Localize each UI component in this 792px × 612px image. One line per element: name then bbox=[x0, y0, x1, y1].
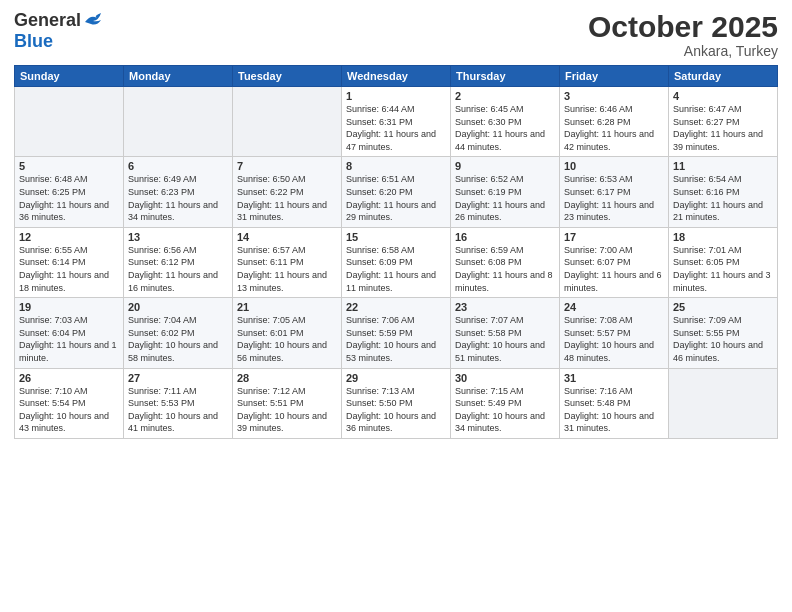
day-info-1-6: Sunrise: 6:54 AM Sunset: 6:16 PM Dayligh… bbox=[673, 173, 773, 223]
day-info-2-6: Sunrise: 7:01 AM Sunset: 6:05 PM Dayligh… bbox=[673, 244, 773, 294]
day-cell-4-0: 26Sunrise: 7:10 AM Sunset: 5:54 PM Dayli… bbox=[15, 368, 124, 438]
day-cell-4-1: 27Sunrise: 7:11 AM Sunset: 5:53 PM Dayli… bbox=[124, 368, 233, 438]
day-cell-1-2: 7Sunrise: 6:50 AM Sunset: 6:22 PM Daylig… bbox=[233, 157, 342, 227]
day-info-3-1: Sunrise: 7:04 AM Sunset: 6:02 PM Dayligh… bbox=[128, 314, 228, 364]
week-row-4: 26Sunrise: 7:10 AM Sunset: 5:54 PM Dayli… bbox=[15, 368, 778, 438]
day-cell-4-4: 30Sunrise: 7:15 AM Sunset: 5:49 PM Dayli… bbox=[451, 368, 560, 438]
day-cell-2-5: 17Sunrise: 7:00 AM Sunset: 6:07 PM Dayli… bbox=[560, 227, 669, 297]
day-cell-2-4: 16Sunrise: 6:59 AM Sunset: 6:08 PM Dayli… bbox=[451, 227, 560, 297]
day-info-4-4: Sunrise: 7:15 AM Sunset: 5:49 PM Dayligh… bbox=[455, 385, 555, 435]
day-number-1-3: 8 bbox=[346, 160, 446, 172]
day-info-4-2: Sunrise: 7:12 AM Sunset: 5:51 PM Dayligh… bbox=[237, 385, 337, 435]
day-info-3-4: Sunrise: 7:07 AM Sunset: 5:58 PM Dayligh… bbox=[455, 314, 555, 364]
day-info-2-4: Sunrise: 6:59 AM Sunset: 6:08 PM Dayligh… bbox=[455, 244, 555, 294]
day-cell-3-6: 25Sunrise: 7:09 AM Sunset: 5:55 PM Dayli… bbox=[669, 298, 778, 368]
day-info-3-0: Sunrise: 7:03 AM Sunset: 6:04 PM Dayligh… bbox=[19, 314, 119, 364]
header-friday: Friday bbox=[560, 66, 669, 87]
day-number-3-0: 19 bbox=[19, 301, 119, 313]
day-info-4-5: Sunrise: 7:16 AM Sunset: 5:48 PM Dayligh… bbox=[564, 385, 664, 435]
header-sunday: Sunday bbox=[15, 66, 124, 87]
day-number-0-5: 3 bbox=[564, 90, 664, 102]
day-info-3-5: Sunrise: 7:08 AM Sunset: 5:57 PM Dayligh… bbox=[564, 314, 664, 364]
day-info-0-5: Sunrise: 6:46 AM Sunset: 6:28 PM Dayligh… bbox=[564, 103, 664, 153]
day-number-1-4: 9 bbox=[455, 160, 555, 172]
day-number-2-1: 13 bbox=[128, 231, 228, 243]
day-info-0-4: Sunrise: 6:45 AM Sunset: 6:30 PM Dayligh… bbox=[455, 103, 555, 153]
day-number-4-5: 31 bbox=[564, 372, 664, 384]
day-cell-0-3: 1Sunrise: 6:44 AM Sunset: 6:31 PM Daylig… bbox=[342, 87, 451, 157]
day-number-3-1: 20 bbox=[128, 301, 228, 313]
day-number-1-5: 10 bbox=[564, 160, 664, 172]
day-number-3-2: 21 bbox=[237, 301, 337, 313]
page: General Blue October 2025 Ankara, Turkey… bbox=[0, 0, 792, 612]
day-info-0-3: Sunrise: 6:44 AM Sunset: 6:31 PM Dayligh… bbox=[346, 103, 446, 153]
day-info-4-0: Sunrise: 7:10 AM Sunset: 5:54 PM Dayligh… bbox=[19, 385, 119, 435]
week-row-1: 5Sunrise: 6:48 AM Sunset: 6:25 PM Daylig… bbox=[15, 157, 778, 227]
day-number-2-3: 15 bbox=[346, 231, 446, 243]
day-info-3-3: Sunrise: 7:06 AM Sunset: 5:59 PM Dayligh… bbox=[346, 314, 446, 364]
header-tuesday: Tuesday bbox=[233, 66, 342, 87]
day-cell-4-2: 28Sunrise: 7:12 AM Sunset: 5:51 PM Dayli… bbox=[233, 368, 342, 438]
day-cell-2-3: 15Sunrise: 6:58 AM Sunset: 6:09 PM Dayli… bbox=[342, 227, 451, 297]
day-info-2-2: Sunrise: 6:57 AM Sunset: 6:11 PM Dayligh… bbox=[237, 244, 337, 294]
day-info-2-0: Sunrise: 6:55 AM Sunset: 6:14 PM Dayligh… bbox=[19, 244, 119, 294]
day-number-3-3: 22 bbox=[346, 301, 446, 313]
day-info-1-5: Sunrise: 6:53 AM Sunset: 6:17 PM Dayligh… bbox=[564, 173, 664, 223]
week-row-0: 1Sunrise: 6:44 AM Sunset: 6:31 PM Daylig… bbox=[15, 87, 778, 157]
day-number-2-4: 16 bbox=[455, 231, 555, 243]
day-number-1-0: 5 bbox=[19, 160, 119, 172]
day-info-1-4: Sunrise: 6:52 AM Sunset: 6:19 PM Dayligh… bbox=[455, 173, 555, 223]
day-info-4-3: Sunrise: 7:13 AM Sunset: 5:50 PM Dayligh… bbox=[346, 385, 446, 435]
subtitle: Ankara, Turkey bbox=[588, 43, 778, 59]
day-cell-2-1: 13Sunrise: 6:56 AM Sunset: 6:12 PM Dayli… bbox=[124, 227, 233, 297]
day-info-1-0: Sunrise: 6:48 AM Sunset: 6:25 PM Dayligh… bbox=[19, 173, 119, 223]
day-cell-1-5: 10Sunrise: 6:53 AM Sunset: 6:17 PM Dayli… bbox=[560, 157, 669, 227]
day-cell-1-6: 11Sunrise: 6:54 AM Sunset: 6:16 PM Dayli… bbox=[669, 157, 778, 227]
week-row-2: 12Sunrise: 6:55 AM Sunset: 6:14 PM Dayli… bbox=[15, 227, 778, 297]
day-number-4-1: 27 bbox=[128, 372, 228, 384]
day-number-3-6: 25 bbox=[673, 301, 773, 313]
day-cell-3-4: 23Sunrise: 7:07 AM Sunset: 5:58 PM Dayli… bbox=[451, 298, 560, 368]
day-number-1-1: 6 bbox=[128, 160, 228, 172]
day-number-2-0: 12 bbox=[19, 231, 119, 243]
logo: General Blue bbox=[14, 10, 105, 52]
header-monday: Monday bbox=[124, 66, 233, 87]
logo-blue: Blue bbox=[14, 31, 53, 52]
day-number-3-5: 24 bbox=[564, 301, 664, 313]
day-cell-3-5: 24Sunrise: 7:08 AM Sunset: 5:57 PM Dayli… bbox=[560, 298, 669, 368]
day-info-2-3: Sunrise: 6:58 AM Sunset: 6:09 PM Dayligh… bbox=[346, 244, 446, 294]
header: General Blue October 2025 Ankara, Turkey bbox=[14, 10, 778, 59]
day-cell-2-2: 14Sunrise: 6:57 AM Sunset: 6:11 PM Dayli… bbox=[233, 227, 342, 297]
day-info-2-1: Sunrise: 6:56 AM Sunset: 6:12 PM Dayligh… bbox=[128, 244, 228, 294]
calendar: Sunday Monday Tuesday Wednesday Thursday… bbox=[14, 65, 778, 439]
day-number-1-6: 11 bbox=[673, 160, 773, 172]
day-number-1-2: 7 bbox=[237, 160, 337, 172]
day-info-3-2: Sunrise: 7:05 AM Sunset: 6:01 PM Dayligh… bbox=[237, 314, 337, 364]
header-saturday: Saturday bbox=[669, 66, 778, 87]
day-cell-4-3: 29Sunrise: 7:13 AM Sunset: 5:50 PM Dayli… bbox=[342, 368, 451, 438]
day-number-4-4: 30 bbox=[455, 372, 555, 384]
day-cell-2-6: 18Sunrise: 7:01 AM Sunset: 6:05 PM Dayli… bbox=[669, 227, 778, 297]
day-cell-1-3: 8Sunrise: 6:51 AM Sunset: 6:20 PM Daylig… bbox=[342, 157, 451, 227]
header-wednesday: Wednesday bbox=[342, 66, 451, 87]
day-number-0-6: 4 bbox=[673, 90, 773, 102]
day-cell-0-1 bbox=[124, 87, 233, 157]
day-cell-1-1: 6Sunrise: 6:49 AM Sunset: 6:23 PM Daylig… bbox=[124, 157, 233, 227]
day-number-0-4: 2 bbox=[455, 90, 555, 102]
day-number-2-2: 14 bbox=[237, 231, 337, 243]
day-cell-1-4: 9Sunrise: 6:52 AM Sunset: 6:19 PM Daylig… bbox=[451, 157, 560, 227]
day-info-4-1: Sunrise: 7:11 AM Sunset: 5:53 PM Dayligh… bbox=[128, 385, 228, 435]
day-number-3-4: 23 bbox=[455, 301, 555, 313]
day-info-1-1: Sunrise: 6:49 AM Sunset: 6:23 PM Dayligh… bbox=[128, 173, 228, 223]
day-info-0-6: Sunrise: 6:47 AM Sunset: 6:27 PM Dayligh… bbox=[673, 103, 773, 153]
logo-general: General bbox=[14, 10, 81, 31]
day-number-2-6: 18 bbox=[673, 231, 773, 243]
month-title: October 2025 bbox=[588, 10, 778, 43]
header-thursday: Thursday bbox=[451, 66, 560, 87]
day-cell-0-5: 3Sunrise: 6:46 AM Sunset: 6:28 PM Daylig… bbox=[560, 87, 669, 157]
day-cell-4-5: 31Sunrise: 7:16 AM Sunset: 5:48 PM Dayli… bbox=[560, 368, 669, 438]
day-info-1-3: Sunrise: 6:51 AM Sunset: 6:20 PM Dayligh… bbox=[346, 173, 446, 223]
day-number-4-3: 29 bbox=[346, 372, 446, 384]
day-number-2-5: 17 bbox=[564, 231, 664, 243]
day-number-4-0: 26 bbox=[19, 372, 119, 384]
